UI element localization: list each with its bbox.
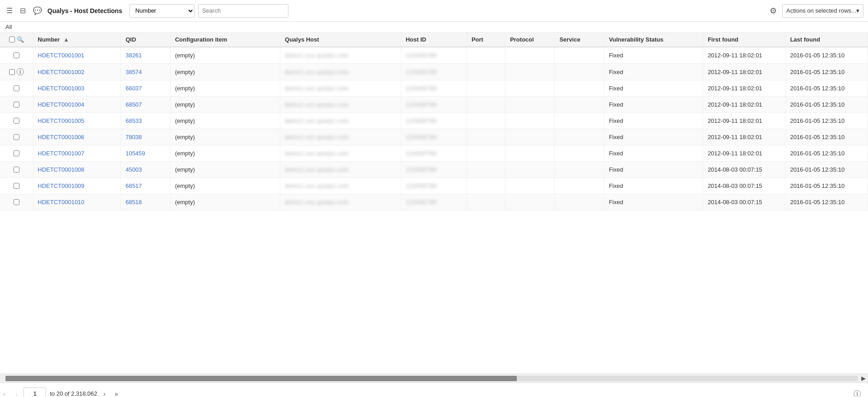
row-qhost-value[interactable]: demo1.xxx.qualys.com (285, 183, 349, 189)
row-number-link[interactable]: HDETCT0001001 (38, 52, 84, 59)
col-header-number[interactable]: Number ▲ (33, 33, 121, 47)
scrollbar-track[interactable] (5, 376, 858, 381)
menu-icon[interactable]: ☰ (5, 5, 14, 17)
row-qid-link[interactable]: 78038 (125, 134, 142, 140)
row-qid-link[interactable]: 66037 (125, 85, 142, 92)
row-number-link[interactable]: HDETCT0001003 (38, 85, 84, 92)
search-col-icon[interactable]: 🔍 (17, 36, 24, 43)
row-qid-link[interactable]: 68507 (125, 101, 142, 108)
row-number-link[interactable]: HDETCT0001006 (38, 134, 84, 140)
col-header-protocol[interactable]: Protocol (505, 33, 555, 47)
row-qid-link[interactable]: 45003 (125, 166, 142, 173)
row-qhost-value[interactable]: demo1.xxx.qualys.com (285, 102, 349, 108)
scroll-right-arrow-icon[interactable]: ▶ (859, 375, 868, 382)
row-checkbox[interactable] (14, 102, 19, 107)
col-header-last[interactable]: Last found (785, 33, 868, 47)
row-qhost-value[interactable]: demo1.xxx.qualys.com (285, 52, 349, 59)
col-header-service[interactable]: Service (555, 33, 604, 47)
horizontal-scrollbar[interactable]: ▶ (0, 374, 868, 383)
pagination: « ‹ to 20 of 2,318,062 › » ℹ (0, 383, 868, 397)
table-container[interactable]: 🔍 Number ▲ QID Configuration item Qualys… (0, 33, 868, 374)
row-checkbox[interactable] (14, 118, 19, 124)
row-last-found-cell: 2016-01-05 12:35:10 (785, 64, 868, 80)
row-protocol-cell (505, 145, 555, 162)
row-checkbox[interactable] (14, 183, 19, 189)
row-qid-link[interactable]: 38574 (125, 69, 142, 75)
select-all-checkbox[interactable] (9, 37, 15, 42)
row-number-cell: HDETCT0001008 (33, 162, 121, 178)
row-checkbox[interactable] (14, 134, 19, 140)
row-qhost-cell: demo1.xxx.qualys.com (280, 47, 401, 64)
scrollbar-thumb[interactable] (5, 376, 517, 381)
row-hostid-cell: 123456789 (401, 47, 467, 64)
row-checkbox[interactable] (14, 52, 19, 58)
col-header-vstatus[interactable]: Vulnerability Status (604, 33, 703, 47)
table-row: HDETCT000100568533(empty)demo1.xxx.qualy… (0, 113, 868, 129)
row-qhost-value[interactable]: demo1.xxx.qualys.com (285, 150, 349, 157)
row-number-link[interactable]: HDETCT0001005 (38, 117, 84, 124)
row-qhost-value[interactable]: demo1.xxx.qualys.com (285, 134, 349, 140)
row-qid-link[interactable]: 105459 (125, 150, 145, 157)
row-qid-link[interactable]: 38261 (125, 52, 142, 59)
row-first-found-cell: 2012-09-11 18:02:01 (703, 113, 785, 129)
comment-icon[interactable]: 💬 (31, 5, 44, 17)
row-vstatus-cell: Fixed (604, 47, 703, 64)
row-ci-cell: (empty) (170, 80, 280, 97)
row-hostid-cell: 123456789 (401, 194, 467, 210)
prev-page-button[interactable]: ‹ (13, 389, 20, 397)
row-qid-link[interactable]: 68517 (125, 182, 142, 189)
row-qid-link[interactable]: 68518 (125, 199, 142, 206)
row-checkbox[interactable] (14, 150, 19, 156)
row-number-link[interactable]: HDETCT0001008 (38, 166, 84, 173)
row-qhost-value[interactable]: demo1.xxx.qualys.com (285, 118, 349, 124)
row-port-cell (467, 64, 505, 80)
row-number-link[interactable]: HDETCT0001009 (38, 182, 84, 189)
row-checkbox[interactable] (14, 85, 19, 91)
next-page-button[interactable]: › (101, 389, 108, 397)
row-number-link[interactable]: HDETCT0001010 (38, 199, 84, 206)
filter-select[interactable]: NumberQIDConfiguration itemQualys HostHo… (130, 5, 194, 17)
row-info-icon[interactable]: ℹ (17, 68, 24, 75)
col-header-first[interactable]: First found (703, 33, 785, 47)
filter-icon[interactable]: ⊟ (18, 5, 28, 17)
row-checkbox[interactable] (14, 199, 19, 205)
pagination-info-icon[interactable]: ℹ (854, 390, 861, 397)
row-first-found-cell: 2012-09-11 18:02:01 (703, 64, 785, 80)
row-number-link[interactable]: HDETCT0001002 (38, 69, 84, 75)
row-qid-link[interactable]: 68533 (125, 117, 142, 124)
row-service-cell (555, 97, 604, 113)
breadcrumb: All (0, 22, 868, 33)
row-number-link[interactable]: HDETCT0001007 (38, 150, 84, 157)
row-qhost-value[interactable]: demo1.xxx.qualys.com (285, 199, 349, 206)
search-input[interactable] (198, 4, 288, 18)
row-qhost-value[interactable]: demo1.xxx.qualys.com (285, 85, 349, 92)
row-checkbox[interactable] (9, 69, 15, 75)
row-protocol-cell (505, 162, 555, 178)
row-qid-cell: 45003 (121, 162, 171, 178)
row-protocol-cell (505, 178, 555, 194)
col-header-qid[interactable]: QID (121, 33, 171, 47)
row-vstatus-cell: Fixed (604, 162, 703, 178)
first-page-button[interactable]: « (0, 389, 9, 397)
page-number-input[interactable] (23, 388, 46, 397)
row-ci-cell: (empty) (170, 129, 280, 145)
last-page-button[interactable]: » (112, 389, 121, 397)
row-qid-cell: 78038 (121, 129, 171, 145)
row-qhost-value[interactable]: demo1.xxx.qualys.com (285, 167, 349, 173)
gear-icon[interactable]: ⚙ (768, 4, 779, 18)
col-header-hostid[interactable]: Host ID (401, 33, 467, 47)
row-hostid-value: 123456789 (406, 134, 437, 140)
page-total-info: to 20 of 2,318,062 (50, 390, 97, 397)
row-first-found-cell: 2012-09-11 18:02:01 (703, 47, 785, 64)
row-number-link[interactable]: HDETCT0001004 (38, 101, 84, 108)
row-protocol-cell (505, 194, 555, 210)
filter-dropdown[interactable]: NumberQIDConfiguration itemQualys HostHo… (130, 4, 195, 18)
col-header-ci[interactable]: Configuration item (170, 33, 280, 47)
col-header-port[interactable]: Port (467, 33, 505, 47)
row-qhost-value[interactable]: demo1.xxx.qualys.com (285, 69, 349, 75)
actions-dropdown[interactable]: Actions on selected rows... ▾ (782, 4, 863, 18)
row-port-cell (467, 129, 505, 145)
row-checkbox[interactable] (14, 167, 19, 173)
col-header-check[interactable]: 🔍 (0, 33, 33, 47)
col-header-qhost[interactable]: Qualys Host (280, 33, 401, 47)
